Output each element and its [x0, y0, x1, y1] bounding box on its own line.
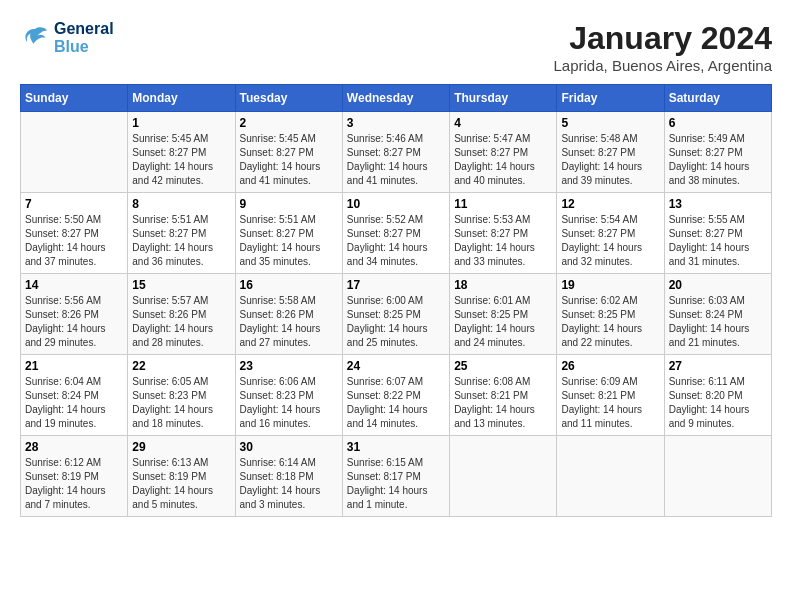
calendar-week-row: 7Sunrise: 5:50 AMSunset: 8:27 PMDaylight…: [21, 193, 772, 274]
calendar-cell: 23Sunrise: 6:06 AMSunset: 8:23 PMDayligh…: [235, 355, 342, 436]
day-number: 10: [347, 197, 445, 211]
day-number: 14: [25, 278, 123, 292]
calendar-cell: 20Sunrise: 6:03 AMSunset: 8:24 PMDayligh…: [664, 274, 771, 355]
day-number: 29: [132, 440, 230, 454]
calendar-cell: 17Sunrise: 6:00 AMSunset: 8:25 PMDayligh…: [342, 274, 449, 355]
day-info: Sunrise: 5:46 AMSunset: 8:27 PMDaylight:…: [347, 132, 445, 188]
calendar-cell: 29Sunrise: 6:13 AMSunset: 8:19 PMDayligh…: [128, 436, 235, 517]
day-number: 6: [669, 116, 767, 130]
day-info: Sunrise: 5:51 AMSunset: 8:27 PMDaylight:…: [240, 213, 338, 269]
calendar-cell: 22Sunrise: 6:05 AMSunset: 8:23 PMDayligh…: [128, 355, 235, 436]
calendar-cell: 14Sunrise: 5:56 AMSunset: 8:26 PMDayligh…: [21, 274, 128, 355]
day-number: 30: [240, 440, 338, 454]
calendar-week-row: 1Sunrise: 5:45 AMSunset: 8:27 PMDaylight…: [21, 112, 772, 193]
day-number: 26: [561, 359, 659, 373]
calendar-cell: 26Sunrise: 6:09 AMSunset: 8:21 PMDayligh…: [557, 355, 664, 436]
day-number: 24: [347, 359, 445, 373]
day-number: 21: [25, 359, 123, 373]
day-info: Sunrise: 5:47 AMSunset: 8:27 PMDaylight:…: [454, 132, 552, 188]
day-info: Sunrise: 5:49 AMSunset: 8:27 PMDaylight:…: [669, 132, 767, 188]
day-number: 8: [132, 197, 230, 211]
calendar-cell: 16Sunrise: 5:58 AMSunset: 8:26 PMDayligh…: [235, 274, 342, 355]
calendar-table: SundayMondayTuesdayWednesdayThursdayFrid…: [20, 84, 772, 517]
day-number: 11: [454, 197, 552, 211]
day-info: Sunrise: 5:54 AMSunset: 8:27 PMDaylight:…: [561, 213, 659, 269]
calendar-cell: 11Sunrise: 5:53 AMSunset: 8:27 PMDayligh…: [450, 193, 557, 274]
calendar-cell: 24Sunrise: 6:07 AMSunset: 8:22 PMDayligh…: [342, 355, 449, 436]
logo: General Blue: [20, 20, 114, 56]
calendar-header-row: SundayMondayTuesdayWednesdayThursdayFrid…: [21, 85, 772, 112]
day-info: Sunrise: 5:58 AMSunset: 8:26 PMDaylight:…: [240, 294, 338, 350]
day-info: Sunrise: 5:57 AMSunset: 8:26 PMDaylight:…: [132, 294, 230, 350]
page-header: General Blue January 2024 Laprida, Bueno…: [20, 20, 772, 74]
day-number: 2: [240, 116, 338, 130]
page-title: January 2024: [554, 20, 772, 57]
day-info: Sunrise: 6:13 AMSunset: 8:19 PMDaylight:…: [132, 456, 230, 512]
day-number: 16: [240, 278, 338, 292]
calendar-cell: 6Sunrise: 5:49 AMSunset: 8:27 PMDaylight…: [664, 112, 771, 193]
calendar-cell: 2Sunrise: 5:45 AMSunset: 8:27 PMDaylight…: [235, 112, 342, 193]
weekday-header: Monday: [128, 85, 235, 112]
day-number: 31: [347, 440, 445, 454]
logo-icon: [20, 23, 50, 53]
day-info: Sunrise: 6:05 AMSunset: 8:23 PMDaylight:…: [132, 375, 230, 431]
logo-text: General Blue: [54, 20, 114, 56]
calendar-week-row: 21Sunrise: 6:04 AMSunset: 8:24 PMDayligh…: [21, 355, 772, 436]
calendar-cell: 18Sunrise: 6:01 AMSunset: 8:25 PMDayligh…: [450, 274, 557, 355]
calendar-cell: 5Sunrise: 5:48 AMSunset: 8:27 PMDaylight…: [557, 112, 664, 193]
calendar-cell: [664, 436, 771, 517]
day-number: 15: [132, 278, 230, 292]
day-number: 20: [669, 278, 767, 292]
day-info: Sunrise: 5:50 AMSunset: 8:27 PMDaylight:…: [25, 213, 123, 269]
calendar-cell: 13Sunrise: 5:55 AMSunset: 8:27 PMDayligh…: [664, 193, 771, 274]
day-number: 23: [240, 359, 338, 373]
day-info: Sunrise: 6:03 AMSunset: 8:24 PMDaylight:…: [669, 294, 767, 350]
weekday-header: Friday: [557, 85, 664, 112]
weekday-header: Thursday: [450, 85, 557, 112]
calendar-cell: 8Sunrise: 5:51 AMSunset: 8:27 PMDaylight…: [128, 193, 235, 274]
day-info: Sunrise: 5:55 AMSunset: 8:27 PMDaylight:…: [669, 213, 767, 269]
weekday-header: Wednesday: [342, 85, 449, 112]
day-info: Sunrise: 5:45 AMSunset: 8:27 PMDaylight:…: [132, 132, 230, 188]
day-info: Sunrise: 6:11 AMSunset: 8:20 PMDaylight:…: [669, 375, 767, 431]
calendar-cell: 7Sunrise: 5:50 AMSunset: 8:27 PMDaylight…: [21, 193, 128, 274]
calendar-cell: [450, 436, 557, 517]
calendar-cell: 10Sunrise: 5:52 AMSunset: 8:27 PMDayligh…: [342, 193, 449, 274]
day-info: Sunrise: 5:56 AMSunset: 8:26 PMDaylight:…: [25, 294, 123, 350]
page-subtitle: Laprida, Buenos Aires, Argentina: [554, 57, 772, 74]
day-number: 17: [347, 278, 445, 292]
day-number: 18: [454, 278, 552, 292]
day-info: Sunrise: 6:07 AMSunset: 8:22 PMDaylight:…: [347, 375, 445, 431]
day-info: Sunrise: 5:51 AMSunset: 8:27 PMDaylight:…: [132, 213, 230, 269]
day-info: Sunrise: 5:45 AMSunset: 8:27 PMDaylight:…: [240, 132, 338, 188]
day-number: 22: [132, 359, 230, 373]
day-number: 4: [454, 116, 552, 130]
weekday-header: Tuesday: [235, 85, 342, 112]
day-info: Sunrise: 6:15 AMSunset: 8:17 PMDaylight:…: [347, 456, 445, 512]
day-info: Sunrise: 6:02 AMSunset: 8:25 PMDaylight:…: [561, 294, 659, 350]
day-number: 19: [561, 278, 659, 292]
calendar-week-row: 28Sunrise: 6:12 AMSunset: 8:19 PMDayligh…: [21, 436, 772, 517]
calendar-cell: 3Sunrise: 5:46 AMSunset: 8:27 PMDaylight…: [342, 112, 449, 193]
title-area: January 2024 Laprida, Buenos Aires, Arge…: [554, 20, 772, 74]
calendar-cell: [21, 112, 128, 193]
calendar-cell: 15Sunrise: 5:57 AMSunset: 8:26 PMDayligh…: [128, 274, 235, 355]
day-info: Sunrise: 6:00 AMSunset: 8:25 PMDaylight:…: [347, 294, 445, 350]
calendar-cell: 28Sunrise: 6:12 AMSunset: 8:19 PMDayligh…: [21, 436, 128, 517]
calendar-cell: 9Sunrise: 5:51 AMSunset: 8:27 PMDaylight…: [235, 193, 342, 274]
day-number: 3: [347, 116, 445, 130]
day-info: Sunrise: 5:53 AMSunset: 8:27 PMDaylight:…: [454, 213, 552, 269]
calendar-week-row: 14Sunrise: 5:56 AMSunset: 8:26 PMDayligh…: [21, 274, 772, 355]
day-number: 28: [25, 440, 123, 454]
day-info: Sunrise: 6:12 AMSunset: 8:19 PMDaylight:…: [25, 456, 123, 512]
day-number: 1: [132, 116, 230, 130]
day-info: Sunrise: 6:08 AMSunset: 8:21 PMDaylight:…: [454, 375, 552, 431]
calendar-cell: 4Sunrise: 5:47 AMSunset: 8:27 PMDaylight…: [450, 112, 557, 193]
day-number: 7: [25, 197, 123, 211]
day-info: Sunrise: 6:14 AMSunset: 8:18 PMDaylight:…: [240, 456, 338, 512]
calendar-cell: 31Sunrise: 6:15 AMSunset: 8:17 PMDayligh…: [342, 436, 449, 517]
calendar-cell: 25Sunrise: 6:08 AMSunset: 8:21 PMDayligh…: [450, 355, 557, 436]
day-number: 27: [669, 359, 767, 373]
calendar-cell: [557, 436, 664, 517]
day-number: 9: [240, 197, 338, 211]
